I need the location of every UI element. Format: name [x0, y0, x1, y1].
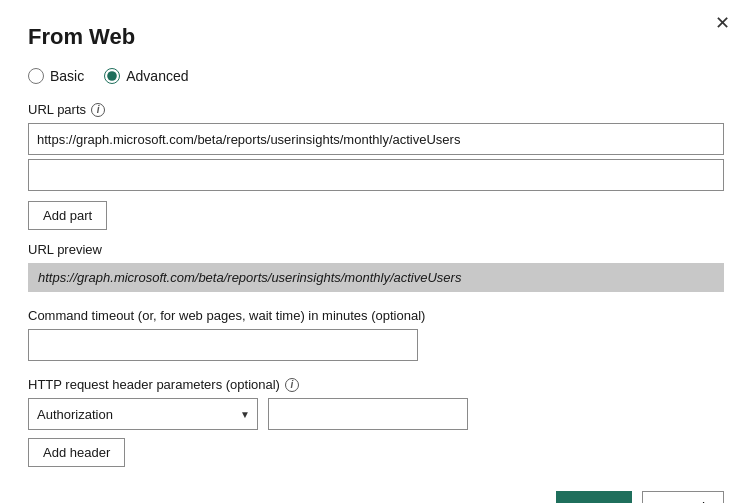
advanced-radio-label[interactable]: Advanced: [104, 68, 188, 84]
dialog-title: From Web: [28, 24, 724, 50]
ok-button[interactable]: OK: [556, 491, 632, 503]
header-select-wrapper: Authorization Content-Type Accept User-A…: [28, 398, 258, 430]
url-parts-section: URL parts i Add part: [28, 102, 724, 230]
header-value-input[interactable]: [268, 398, 468, 430]
command-timeout-input[interactable]: [28, 329, 418, 361]
url-parts-label: URL parts i: [28, 102, 724, 117]
url-parts-input-2[interactable]: [28, 159, 724, 191]
from-web-dialog: ✕ From Web Basic Advanced URL parts i Ad…: [0, 0, 752, 503]
add-header-button[interactable]: Add header: [28, 438, 125, 467]
url-preview-section: URL preview https://graph.microsoft.com/…: [28, 242, 724, 292]
add-part-button[interactable]: Add part: [28, 201, 107, 230]
http-header-info-icon: i: [285, 378, 299, 392]
close-button[interactable]: ✕: [709, 12, 736, 34]
header-row: Authorization Content-Type Accept User-A…: [28, 398, 724, 430]
advanced-radio[interactable]: [104, 68, 120, 84]
dialog-footer: OK Cancel: [28, 491, 724, 503]
basic-label: Basic: [50, 68, 84, 84]
cancel-button[interactable]: Cancel: [642, 491, 724, 503]
command-timeout-section: Command timeout (or, for web pages, wait…: [28, 308, 724, 361]
http-header-label: HTTP request header parameters (optional…: [28, 377, 724, 392]
radio-group: Basic Advanced: [28, 68, 724, 84]
basic-radio-label[interactable]: Basic: [28, 68, 84, 84]
url-preview-value: https://graph.microsoft.com/beta/reports…: [28, 263, 724, 292]
http-header-section: HTTP request header parameters (optional…: [28, 377, 724, 467]
command-timeout-label: Command timeout (or, for web pages, wait…: [28, 308, 724, 323]
advanced-label: Advanced: [126, 68, 188, 84]
header-select[interactable]: Authorization Content-Type Accept User-A…: [28, 398, 258, 430]
url-parts-input-1[interactable]: [28, 123, 724, 155]
basic-radio[interactable]: [28, 68, 44, 84]
url-preview-label: URL preview: [28, 242, 724, 257]
url-parts-info-icon: i: [91, 103, 105, 117]
